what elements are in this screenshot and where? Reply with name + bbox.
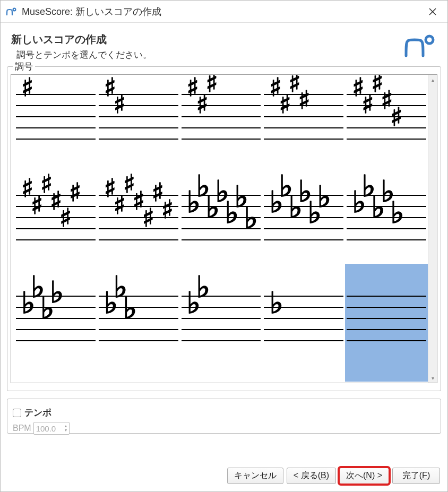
keysig-option[interactable]: ♭♭♭♭♭♭♭ [180, 179, 263, 280]
keysig-group: 調号 ♯♯♯♯♯♯♯♯♯♯♯♯♯♯♯♯♯♯♯♯♯♯♯♯♯♯♯♯♭♭♭♭♭♭♭♭♭… [7, 66, 441, 391]
sharp-accidental-icon: ♯ [69, 180, 81, 205]
keysig-option[interactable]: ♭♭ [180, 280, 263, 381]
staff: ♭♭♭♭♭♭♭ [182, 195, 261, 240]
staff: ♭♭♭♭ [16, 296, 96, 341]
staff: ♯♯♯♯♯ [347, 94, 426, 140]
vertical-scrollbar[interactable]: ▴ ▾ [428, 75, 437, 383]
page-title: 新しいスコアの作成 [11, 32, 403, 47]
keysig-option[interactable]: ♭ [262, 280, 345, 381]
keysig-option[interactable]: ♯♯♯♯♯♯♯ [97, 179, 180, 280]
flat-accidental-icon: ♭ [50, 278, 64, 307]
brand-icon [403, 32, 437, 59]
flat-accidental-icon: ♭ [317, 182, 331, 212]
scroll-down-icon[interactable]: ▾ [429, 374, 436, 382]
svg-point-0 [13, 8, 16, 11]
keysig-group-label: 調号 [13, 61, 35, 73]
tempo-checkbox[interactable] [13, 409, 21, 417]
staff: ♯♯♯♯♯♯ [16, 195, 96, 240]
keysig-option[interactable]: ♯ [14, 78, 97, 179]
bpm-value: 100.0 [36, 424, 56, 433]
staff: ♭ [264, 296, 343, 341]
keysig-option[interactable]: ♭♭♭♭ [14, 280, 97, 381]
close-button[interactable] [422, 1, 443, 22]
staff: ♯♯♯♯♯♯♯ [99, 195, 178, 240]
keysig-panel: ♯♯♯♯♯♯♯♯♯♯♯♯♯♯♯♯♯♯♯♯♯♯♯♯♯♯♯♯♭♭♭♭♭♭♭♭♭♭♭♭… [11, 74, 437, 383]
keysig-option[interactable]: ♯♯♯♯ [262, 78, 345, 179]
page-subtitle: 調号とテンポを選んでください。 [11, 49, 403, 61]
app-icon [5, 5, 18, 18]
staff: ♭♭ [182, 296, 261, 341]
keysig-option[interactable]: ♯♯♯♯♯ [345, 78, 428, 179]
staff: ♭♭♭♭♭♭ [264, 195, 343, 240]
window-title: MuseScore: 新しいスコアの作成 [22, 5, 422, 18]
keysig-option[interactable]: ♭♭♭ [97, 280, 180, 381]
keysig-option[interactable] [345, 280, 428, 381]
staff: ♯ [16, 94, 96, 140]
staff: ♯♯ [99, 94, 178, 140]
flat-accidental-icon: ♭ [390, 198, 404, 228]
next-button[interactable]: 次へ(N) > [339, 468, 389, 484]
sharp-accidental-icon: ♯ [390, 105, 402, 130]
sharp-accidental-icon: ♯ [114, 92, 126, 117]
tempo-label: テンポ [24, 407, 51, 419]
sharp-accidental-icon: ♯ [142, 205, 154, 231]
sharp-accidental-icon: ♯ [298, 88, 310, 113]
keysig-option[interactable]: ♯♯♯♯♯♯ [14, 179, 97, 280]
staff: ♭♭♭ [99, 296, 178, 341]
sharp-accidental-icon: ♯ [161, 197, 174, 222]
flat-accidental-icon: ♭ [123, 294, 137, 323]
keysig-option[interactable]: ♭♭♭♭♭♭ [262, 179, 345, 280]
bpm-label: BPM [13, 424, 31, 433]
flat-accidental-icon: ♭ [269, 288, 283, 318]
header: 新しいスコアの作成 調号とテンポを選んでください。 [1, 23, 447, 66]
keysig-grid: ♯♯♯♯♯♯♯♯♯♯♯♯♯♯♯♯♯♯♯♯♯♯♯♯♯♯♯♯♭♭♭♭♭♭♭♭♭♭♭♭… [14, 78, 428, 381]
keysig-option[interactable]: ♯♯ [97, 78, 180, 179]
spinner-icon[interactable]: ▴▾ [65, 424, 67, 433]
flat-accidental-icon: ♭ [244, 203, 258, 233]
back-button[interactable]: < 戻る(B) [287, 468, 336, 484]
staff: ♯♯♯ [182, 94, 261, 140]
staff: ♭♭♭♭♭ [347, 195, 426, 240]
bpm-spinbox[interactable]: 100.0 ▴▾ [33, 422, 70, 435]
footer-buttons: キャンセル < 戻る(B) 次へ(N) > 完了(F) [1, 462, 447, 491]
titlebar: MuseScore: 新しいスコアの作成 [1, 1, 447, 23]
staff [347, 296, 426, 341]
sharp-accidental-icon: ♯ [21, 75, 33, 100]
keysig-option[interactable]: ♯♯♯ [180, 78, 263, 179]
scroll-up-icon[interactable]: ▴ [429, 76, 436, 83]
cancel-button[interactable]: キャンセル [227, 468, 283, 484]
flat-accidental-icon: ♭ [196, 272, 210, 302]
sharp-accidental-icon: ♯ [59, 205, 72, 231]
tempo-group: テンポ BPM 100.0 ▴▾ [7, 399, 441, 434]
staff: ♯♯♯♯ [264, 94, 343, 140]
svg-point-1 [426, 36, 433, 44]
wizard-window: MuseScore: 新しいスコアの作成 新しいスコアの作成 調号とテンポを選ん… [0, 0, 448, 492]
finish-button[interactable]: 完了(F) [392, 468, 440, 484]
sharp-accidental-icon: ♯ [206, 75, 218, 96]
